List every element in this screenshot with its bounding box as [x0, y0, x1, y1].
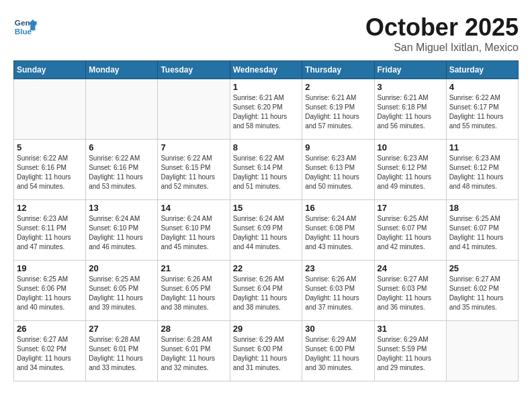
day-info: Sunrise: 6:24 AM Sunset: 6:10 PM Dayligh…	[89, 214, 154, 252]
day-number: 11	[449, 142, 515, 152]
week-row-4: 19Sunrise: 6:25 AM Sunset: 6:06 PM Dayli…	[14, 261, 519, 321]
day-number: 30	[305, 324, 371, 334]
day-info: Sunrise: 6:22 AM Sunset: 6:17 PM Dayligh…	[449, 93, 515, 131]
location-title: San Miguel Ixitlan, Mexico	[365, 42, 519, 54]
day-number: 9	[305, 142, 371, 152]
weekday-header-sunday: Sunday	[14, 61, 86, 79]
calendar-cell: 17Sunrise: 6:25 AM Sunset: 6:07 PM Dayli…	[374, 200, 446, 261]
day-info: Sunrise: 6:28 AM Sunset: 6:01 PM Dayligh…	[89, 335, 154, 373]
calendar-cell: 30Sunrise: 6:29 AM Sunset: 6:00 PM Dayli…	[302, 321, 374, 381]
day-info: Sunrise: 6:21 AM Sunset: 6:19 PM Dayligh…	[305, 93, 371, 131]
day-info: Sunrise: 6:23 AM Sunset: 6:13 PM Dayligh…	[305, 154, 371, 191]
day-number: 13	[89, 203, 154, 213]
day-info: Sunrise: 6:25 AM Sunset: 6:06 PM Dayligh…	[17, 275, 83, 312]
calendar-cell: 6Sunrise: 6:22 AM Sunset: 6:16 PM Daylig…	[86, 140, 158, 200]
calendar-cell: 16Sunrise: 6:24 AM Sunset: 6:08 PM Dayli…	[302, 200, 374, 261]
calendar-cell	[86, 79, 158, 140]
calendar-cell: 5Sunrise: 6:22 AM Sunset: 6:16 PM Daylig…	[14, 140, 86, 200]
day-number: 6	[89, 142, 154, 152]
day-info: Sunrise: 6:24 AM Sunset: 6:10 PM Dayligh…	[161, 214, 226, 252]
calendar-cell: 10Sunrise: 6:23 AM Sunset: 6:12 PM Dayli…	[374, 140, 446, 200]
day-number: 17	[378, 203, 443, 213]
day-info: Sunrise: 6:23 AM Sunset: 6:12 PM Dayligh…	[378, 154, 443, 191]
svg-text:Blue: Blue	[15, 27, 32, 36]
calendar-cell: 20Sunrise: 6:25 AM Sunset: 6:05 PM Dayli…	[86, 261, 158, 321]
day-info: Sunrise: 6:22 AM Sunset: 6:14 PM Dayligh…	[233, 154, 300, 191]
day-info: Sunrise: 6:27 AM Sunset: 6:03 PM Dayligh…	[378, 275, 443, 312]
weekday-header-saturday: Saturday	[446, 61, 518, 79]
day-info: Sunrise: 6:29 AM Sunset: 6:00 PM Dayligh…	[233, 335, 300, 373]
day-number: 22	[233, 263, 300, 273]
calendar: SundayMondayTuesdayWednesdayThursdayFrid…	[13, 60, 519, 381]
day-info: Sunrise: 6:22 AM Sunset: 6:15 PM Dayligh…	[161, 154, 226, 191]
day-number: 8	[233, 142, 300, 152]
calendar-cell: 12Sunrise: 6:23 AM Sunset: 6:11 PM Dayli…	[14, 200, 86, 261]
day-number: 26	[17, 324, 83, 334]
month-title: October 2025	[365, 13, 519, 42]
day-info: Sunrise: 6:24 AM Sunset: 6:08 PM Dayligh…	[305, 214, 371, 252]
day-number: 4	[449, 82, 515, 92]
day-info: Sunrise: 6:24 AM Sunset: 6:09 PM Dayligh…	[233, 214, 300, 252]
calendar-cell: 7Sunrise: 6:22 AM Sunset: 6:15 PM Daylig…	[158, 140, 230, 200]
day-number: 14	[161, 203, 226, 213]
day-number: 3	[378, 82, 443, 92]
calendar-cell: 25Sunrise: 6:27 AM Sunset: 6:02 PM Dayli…	[446, 261, 518, 321]
day-info: Sunrise: 6:28 AM Sunset: 6:01 PM Dayligh…	[161, 335, 226, 373]
calendar-cell: 9Sunrise: 6:23 AM Sunset: 6:13 PM Daylig…	[302, 140, 374, 200]
day-number: 2	[305, 82, 371, 92]
day-info: Sunrise: 6:21 AM Sunset: 6:18 PM Dayligh…	[378, 93, 443, 131]
day-info: Sunrise: 6:29 AM Sunset: 6:00 PM Dayligh…	[305, 335, 371, 373]
day-number: 5	[17, 142, 83, 152]
day-number: 16	[305, 203, 371, 213]
day-number: 15	[233, 203, 300, 213]
day-info: Sunrise: 6:26 AM Sunset: 6:04 PM Dayligh…	[233, 275, 300, 312]
header: General Blue October 2025 San Miguel Ixi…	[13, 13, 519, 54]
day-number: 7	[161, 142, 226, 152]
weekday-header-row: SundayMondayTuesdayWednesdayThursdayFrid…	[14, 61, 519, 79]
day-info: Sunrise: 6:26 AM Sunset: 6:03 PM Dayligh…	[305, 275, 371, 312]
day-info: Sunrise: 6:26 AM Sunset: 6:05 PM Dayligh…	[161, 275, 226, 312]
day-number: 23	[305, 263, 371, 273]
calendar-cell: 23Sunrise: 6:26 AM Sunset: 6:03 PM Dayli…	[302, 261, 374, 321]
calendar-cell: 22Sunrise: 6:26 AM Sunset: 6:04 PM Dayli…	[230, 261, 302, 321]
day-info: Sunrise: 6:27 AM Sunset: 6:02 PM Dayligh…	[17, 335, 83, 373]
title-area: October 2025 San Miguel Ixitlan, Mexico	[365, 13, 519, 54]
day-number: 31	[378, 324, 443, 334]
calendar-cell: 15Sunrise: 6:24 AM Sunset: 6:09 PM Dayli…	[230, 200, 302, 261]
day-info: Sunrise: 6:25 AM Sunset: 6:05 PM Dayligh…	[89, 275, 154, 312]
weekday-header-wednesday: Wednesday	[230, 61, 302, 79]
week-row-2: 5Sunrise: 6:22 AM Sunset: 6:16 PM Daylig…	[14, 140, 519, 200]
weekday-header-tuesday: Tuesday	[158, 61, 230, 79]
weekday-header-monday: Monday	[86, 61, 158, 79]
day-number: 20	[89, 263, 154, 273]
calendar-cell: 27Sunrise: 6:28 AM Sunset: 6:01 PM Dayli…	[86, 321, 158, 381]
calendar-cell: 19Sunrise: 6:25 AM Sunset: 6:06 PM Dayli…	[14, 261, 86, 321]
day-info: Sunrise: 6:27 AM Sunset: 6:02 PM Dayligh…	[449, 275, 515, 312]
day-number: 1	[233, 82, 300, 92]
calendar-cell: 26Sunrise: 6:27 AM Sunset: 6:02 PM Dayli…	[14, 321, 86, 381]
day-number: 28	[161, 324, 226, 334]
day-info: Sunrise: 6:23 AM Sunset: 6:12 PM Dayligh…	[449, 154, 515, 191]
day-number: 10	[378, 142, 443, 152]
calendar-cell: 14Sunrise: 6:24 AM Sunset: 6:10 PM Dayli…	[158, 200, 230, 261]
calendar-cell: 1Sunrise: 6:21 AM Sunset: 6:20 PM Daylig…	[230, 79, 302, 140]
logo-icon: General Blue	[13, 13, 38, 38]
day-number: 25	[449, 263, 515, 273]
calendar-cell: 21Sunrise: 6:26 AM Sunset: 6:05 PM Dayli…	[158, 261, 230, 321]
day-info: Sunrise: 6:22 AM Sunset: 6:16 PM Dayligh…	[89, 154, 154, 191]
day-info: Sunrise: 6:25 AM Sunset: 6:07 PM Dayligh…	[378, 214, 443, 252]
calendar-cell: 2Sunrise: 6:21 AM Sunset: 6:19 PM Daylig…	[302, 79, 374, 140]
week-row-1: 1Sunrise: 6:21 AM Sunset: 6:20 PM Daylig…	[14, 79, 519, 140]
calendar-cell: 29Sunrise: 6:29 AM Sunset: 6:00 PM Dayli…	[230, 321, 302, 381]
calendar-cell: 3Sunrise: 6:21 AM Sunset: 6:18 PM Daylig…	[374, 79, 446, 140]
day-number: 12	[17, 203, 83, 213]
day-number: 29	[233, 324, 300, 334]
calendar-cell: 11Sunrise: 6:23 AM Sunset: 6:12 PM Dayli…	[446, 140, 518, 200]
day-number: 27	[89, 324, 154, 334]
day-info: Sunrise: 6:22 AM Sunset: 6:16 PM Dayligh…	[17, 154, 83, 191]
week-row-3: 12Sunrise: 6:23 AM Sunset: 6:11 PM Dayli…	[14, 200, 519, 261]
calendar-cell: 24Sunrise: 6:27 AM Sunset: 6:03 PM Dayli…	[374, 261, 446, 321]
day-number: 18	[449, 203, 515, 213]
day-number: 21	[161, 263, 226, 273]
calendar-cell: 13Sunrise: 6:24 AM Sunset: 6:10 PM Dayli…	[86, 200, 158, 261]
